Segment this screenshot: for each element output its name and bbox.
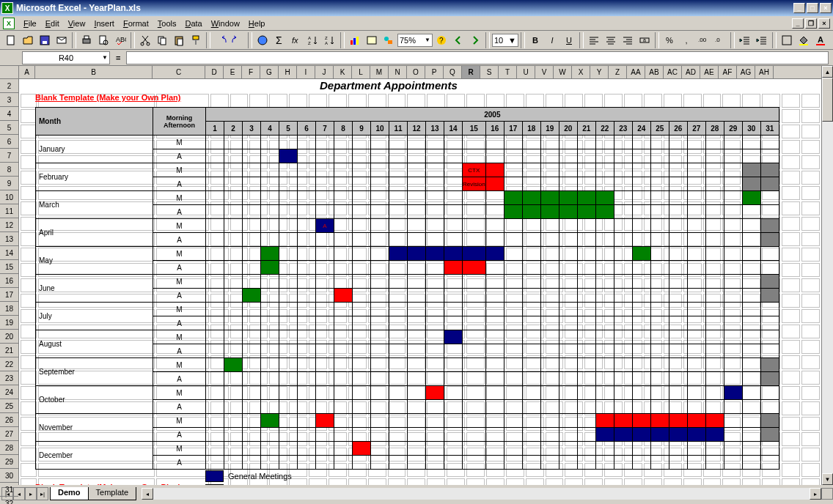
menu-help[interactable]: Help bbox=[244, 18, 270, 29]
appointment-cell[interactable] bbox=[632, 414, 650, 428]
day-cell[interactable] bbox=[426, 261, 444, 275]
day-cell[interactable] bbox=[408, 456, 426, 470]
day-cell[interactable] bbox=[243, 428, 261, 442]
appointment-cell[interactable]: A bbox=[316, 219, 334, 233]
day-cell[interactable] bbox=[522, 177, 540, 191]
day-cell[interactable] bbox=[279, 163, 298, 177]
appointment-cell[interactable] bbox=[760, 177, 779, 191]
appointment-cell[interactable] bbox=[485, 177, 504, 191]
day-cell[interactable] bbox=[408, 358, 426, 372]
ma-cell[interactable]: M bbox=[153, 358, 206, 372]
day-cell[interactable] bbox=[279, 456, 298, 470]
day-cell[interactable] bbox=[577, 303, 595, 316]
day-cell[interactable] bbox=[224, 289, 243, 303]
day-cell[interactable] bbox=[650, 205, 669, 219]
appointment-cell[interactable] bbox=[760, 428, 779, 442]
template-link[interactable]: Blank Template (Make your Own Plan) bbox=[35, 483, 180, 485]
day-cell[interactable] bbox=[559, 163, 577, 177]
day-cell[interactable] bbox=[504, 428, 522, 442]
day-cell[interactable] bbox=[632, 191, 650, 205]
day-cell[interactable] bbox=[444, 177, 463, 191]
zoom-select[interactable]: 75%▼ bbox=[397, 34, 433, 47]
day-cell[interactable] bbox=[316, 330, 334, 344]
day-cell[interactable] bbox=[540, 289, 559, 303]
day-cell[interactable] bbox=[316, 177, 334, 191]
day-cell[interactable] bbox=[371, 442, 389, 456]
day-cell[interactable] bbox=[261, 177, 279, 191]
day-cell[interactable] bbox=[426, 344, 444, 358]
day-cell[interactable] bbox=[353, 205, 371, 219]
day-cell[interactable] bbox=[463, 149, 486, 163]
day-cell[interactable] bbox=[669, 205, 687, 219]
day-cell[interactable] bbox=[371, 414, 389, 428]
day-cell[interactable] bbox=[444, 219, 463, 233]
day-cell[interactable] bbox=[742, 400, 760, 414]
day-cell[interactable] bbox=[485, 136, 504, 149]
day-cell[interactable] bbox=[687, 358, 705, 372]
day-cell[interactable] bbox=[371, 372, 389, 386]
day-cell[interactable] bbox=[334, 219, 353, 233]
appointment-cell[interactable] bbox=[742, 163, 760, 177]
day-cell[interactable] bbox=[504, 330, 522, 344]
day-cell[interactable] bbox=[705, 316, 724, 330]
day-cell[interactable] bbox=[595, 219, 614, 233]
day-cell[interactable] bbox=[298, 316, 316, 330]
appointment-cell[interactable] bbox=[426, 247, 444, 261]
day-cell[interactable] bbox=[353, 316, 371, 330]
ma-cell[interactable]: M bbox=[153, 330, 206, 344]
day-cell[interactable] bbox=[224, 191, 243, 205]
day-cell[interactable] bbox=[224, 372, 243, 386]
day-cell[interactable] bbox=[650, 316, 669, 330]
day-cell[interactable] bbox=[669, 400, 687, 414]
chart-icon[interactable] bbox=[347, 32, 363, 48]
doc-restore-button[interactable]: ❐ bbox=[805, 18, 817, 29]
day-cell[interactable] bbox=[389, 163, 408, 177]
day-cell[interactable] bbox=[485, 149, 504, 163]
day-cell[interactable] bbox=[687, 233, 705, 247]
day-cell[interactable] bbox=[426, 428, 444, 442]
day-cell[interactable] bbox=[206, 303, 224, 316]
day-cell[interactable] bbox=[504, 316, 522, 330]
appointment-cell[interactable] bbox=[540, 205, 559, 219]
bold-icon[interactable]: B bbox=[527, 32, 543, 48]
day-cell[interactable] bbox=[577, 261, 595, 275]
column-header[interactable]: AB bbox=[645, 66, 664, 78]
day-cell[interactable] bbox=[298, 303, 316, 316]
day-cell[interactable] bbox=[243, 400, 261, 414]
day-cell[interactable] bbox=[298, 205, 316, 219]
day-cell[interactable] bbox=[742, 289, 760, 303]
ma-cell[interactable]: M bbox=[153, 247, 206, 261]
row-header[interactable]: 29 bbox=[0, 455, 18, 469]
day-cell[interactable] bbox=[224, 442, 243, 456]
day-cell[interactable] bbox=[595, 247, 614, 261]
day-cell[interactable] bbox=[334, 386, 353, 400]
day-cell[interactable] bbox=[669, 456, 687, 470]
day-cell[interactable] bbox=[261, 289, 279, 303]
day-cell[interactable] bbox=[261, 275, 279, 289]
day-cell[interactable] bbox=[444, 275, 463, 289]
day-cell[interactable] bbox=[669, 191, 687, 205]
day-cell[interactable] bbox=[243, 386, 261, 400]
day-cell[interactable] bbox=[577, 428, 595, 442]
day-cell[interactable] bbox=[334, 303, 353, 316]
day-cell[interactable] bbox=[463, 400, 486, 414]
month-cell[interactable]: February bbox=[36, 163, 153, 191]
column-header[interactable]: A bbox=[19, 66, 35, 78]
fontsize-select[interactable]: 10▼ bbox=[492, 34, 518, 47]
day-cell[interactable] bbox=[206, 456, 224, 470]
underline-icon[interactable]: U bbox=[561, 32, 577, 48]
day-cell[interactable] bbox=[595, 330, 614, 344]
appointment-cell[interactable] bbox=[261, 414, 279, 428]
day-cell[interactable] bbox=[540, 136, 559, 149]
day-cell[interactable] bbox=[650, 303, 669, 316]
day-cell[interactable] bbox=[742, 386, 760, 400]
day-cell[interactable] bbox=[224, 247, 243, 261]
day-cell[interactable] bbox=[298, 247, 316, 261]
appointment-cell[interactable] bbox=[504, 205, 522, 219]
day-cell[interactable] bbox=[298, 358, 316, 372]
day-cell[interactable] bbox=[408, 191, 426, 205]
day-cell[interactable] bbox=[224, 233, 243, 247]
borders-icon[interactable] bbox=[779, 32, 795, 48]
day-cell[interactable] bbox=[224, 428, 243, 442]
day-cell[interactable] bbox=[485, 219, 504, 233]
